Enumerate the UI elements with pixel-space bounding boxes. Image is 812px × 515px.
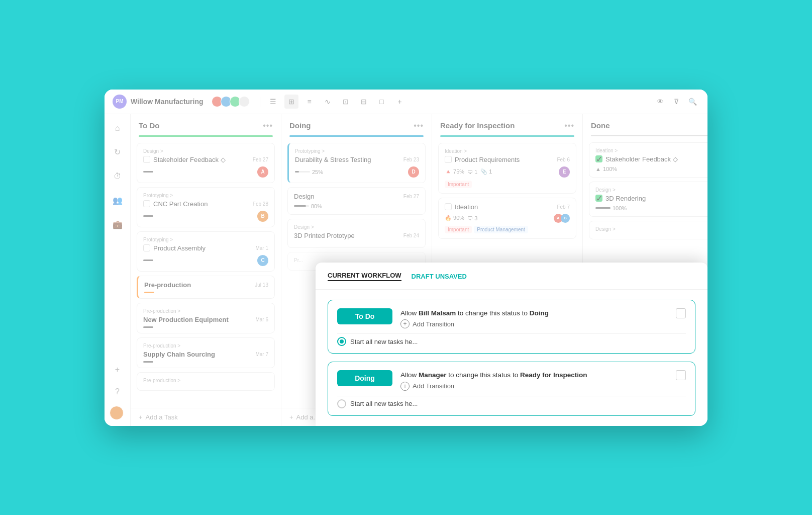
workflow-desc-text: Allow Bill Malsam to change this status …	[400, 308, 549, 318]
workflow-description: Allow Bill Malsam to change this status …	[400, 308, 549, 328]
modal-header: CURRENT WORKFLOW DRAFT UNSAVED	[316, 263, 707, 290]
tab-current-workflow[interactable]: CURRENT WORKFLOW	[328, 272, 401, 281]
status-btn-doing[interactable]: Doing	[337, 370, 392, 386]
workflow-card-bottom-2: Start all new tasks he...	[337, 396, 686, 408]
add-transition-label-2: Add Transition	[413, 382, 454, 390]
tab-draft-unsaved[interactable]: DRAFT UNSAVED	[412, 273, 467, 280]
board-wrapper: ⌂ ↻ ⏱ 👥 💼 + ? To Do •••	[105, 114, 707, 426]
add-transition-btn-2[interactable]: + Add Transition	[400, 382, 587, 391]
workflow-card-doing: Doing Allow Manager to change this statu…	[328, 362, 695, 415]
workflow-card-bottom: Start all new tasks he...	[337, 333, 686, 346]
radio-label-2: Start all new tasks he...	[350, 400, 418, 407]
circle-plus-icon: +	[400, 319, 410, 328]
circle-plus-icon-2: +	[400, 382, 410, 391]
workflow-description: Allow Manager to change this status to R…	[400, 370, 587, 390]
radio-label: Start all new tasks he...	[350, 338, 418, 346]
modal-body: To Do Allow Bill Malsam to change this s…	[316, 290, 707, 426]
add-transition-label: Add Transition	[413, 320, 454, 328]
radio-button-empty[interactable]	[337, 399, 346, 408]
workflow-checkbox[interactable]	[676, 308, 686, 318]
workflow-card-top: Doing Allow Manager to change this statu…	[337, 370, 686, 390]
workflow-card-top: To Do Allow Bill Malsam to change this s…	[337, 308, 686, 328]
workflow-card-todo: To Do Allow Bill Malsam to change this s…	[328, 300, 695, 354]
workflow-checkbox-2[interactable]	[676, 370, 686, 380]
radio-button-filled[interactable]	[337, 337, 346, 346]
radio-inner	[340, 339, 344, 344]
status-btn-todo[interactable]: To Do	[337, 308, 392, 324]
workflow-modal: CURRENT WORKFLOW DRAFT UNSAVED To Do All…	[316, 263, 707, 426]
workflow-desc-text: Allow Manager to change this status to R…	[400, 370, 587, 380]
add-transition-btn[interactable]: + Add Transition	[400, 319, 549, 328]
app-window: PM Willow Manufacturing ☰ ⊞ ≡ ∿ ⊡ ⊟ □ + …	[105, 90, 707, 426]
